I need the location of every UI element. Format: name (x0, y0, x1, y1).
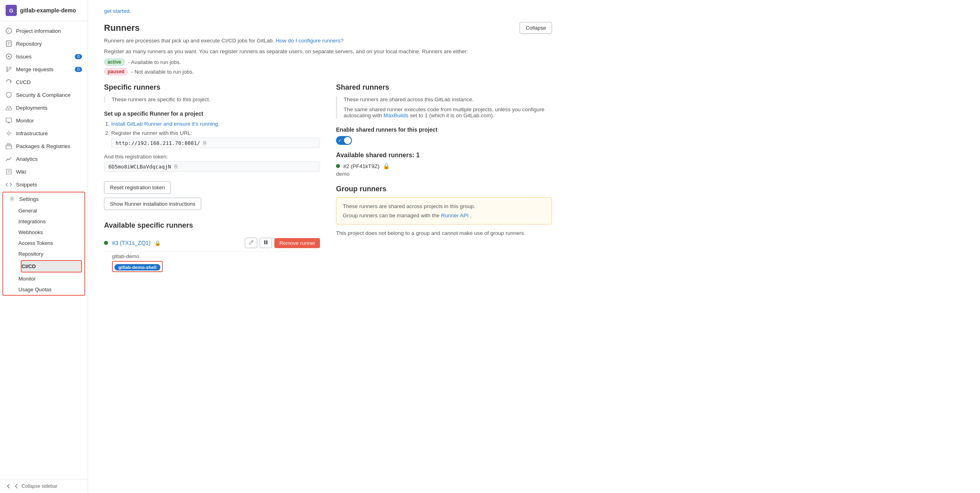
sidebar-nav: i Project information Repository Issues … (0, 21, 88, 479)
issues-icon (6, 53, 12, 60)
pause-icon (263, 240, 268, 245)
sidebar-item-monitor[interactable]: Monitor (0, 114, 88, 127)
max-builds-link[interactable]: MaxBuilds (384, 112, 408, 118)
snippets-icon (6, 181, 12, 188)
sidebar-sub-integrations[interactable]: Integrations (18, 216, 84, 227)
sidebar-item-analytics[interactable]: Analytics (0, 152, 88, 165)
runner-status-dot (104, 241, 108, 245)
active-badge: active (104, 58, 125, 66)
runner-url: http://192.168.211.70:8081/ (116, 140, 200, 146)
shared-runners-title: Shared runners (336, 83, 552, 92)
runners-header: Runners Collapse (104, 22, 552, 34)
settings-sub: General Integrations Webhooks Access Tok… (3, 205, 84, 295)
collapse-sidebar[interactable]: Collapse sidebar (0, 479, 88, 493)
infrastructure-icon (6, 130, 12, 136)
sidebar-sub-general[interactable]: General (18, 205, 84, 216)
copy-url-icon[interactable]: ⎘ (203, 140, 206, 146)
merge-requests-badge: 0 (75, 67, 82, 72)
sidebar-sub-repository[interactable]: Repository (18, 249, 84, 259)
runner-sub-info: gitlab-demo gitlab-demo-shell (112, 253, 320, 272)
sidebar: G gitlab-example-demo i Project informat… (0, 0, 88, 493)
svg-point-7 (8, 56, 10, 57)
sidebar-item-project-information[interactable]: i Project information (0, 24, 88, 37)
shared-runner-dot (336, 164, 340, 168)
setup-section: Set up a specific Runner for a project I… (104, 110, 320, 172)
svg-point-16 (8, 132, 10, 134)
settings-section-box: Settings General Integrations Webhooks A… (2, 192, 85, 296)
runner-lock-icon: 🔒 (154, 240, 161, 246)
sidebar-item-packages-registries[interactable]: Packages & Registries (0, 140, 88, 152)
install-runner-link[interactable]: Install GitLab Runner and ensure it's ru… (111, 121, 220, 127)
specific-runners-box: These runners are specific to this proje… (104, 96, 320, 102)
shared-runner-name: #2 (PF41kT9Z) (343, 163, 380, 169)
sidebar-item-settings[interactable]: Settings (3, 192, 84, 205)
group-runners-title: Group runners (336, 185, 552, 193)
runner-row: #3 (TX1s_ZQ1) 🔒 Remove runner (104, 234, 320, 252)
sidebar-sub-webhooks[interactable]: Webhooks (18, 227, 84, 238)
runner-remove-button[interactable]: Remove runner (274, 238, 320, 248)
runner-actions: Remove runner (245, 238, 320, 248)
group-runners-desc-1: These runners are shared across projects… (343, 203, 545, 209)
svg-point-10 (10, 67, 11, 68)
project-name: gitlab-example-demo (20, 7, 76, 14)
svg-text:i: i (8, 29, 9, 33)
runner-project: gitlab-demo (112, 253, 320, 259)
svg-rect-17 (6, 145, 12, 149)
setup-title: Set up a specific Runner for a project (104, 110, 320, 117)
specific-runners-desc: These runners are specific to this proje… (112, 96, 320, 102)
runner-name-link[interactable]: #3 (TX1s_ZQ1) (112, 240, 150, 246)
runners-description: Runners are processes that pick up and e… (104, 38, 552, 44)
svg-point-9 (6, 70, 8, 72)
repository-icon (6, 40, 12, 47)
sidebar-item-deployments[interactable]: Deployments (0, 101, 88, 114)
shared-desc-2: The same shared runner executes code fro… (344, 106, 552, 118)
collapse-button[interactable]: Collapse (520, 22, 552, 34)
svg-point-8 (6, 67, 8, 68)
copy-token-icon[interactable]: ⎘ (174, 163, 178, 170)
group-runners-box: These runners are shared across projects… (336, 197, 552, 224)
analytics-icon (6, 156, 12, 162)
sidebar-sub-cicd[interactable]: CI/CD (22, 261, 81, 272)
specific-runners-column: Specific runners These runners are speci… (104, 83, 320, 272)
sidebar-sub-monitor[interactable]: Monitor (18, 273, 84, 284)
packages-icon (6, 143, 12, 149)
svg-rect-22 (264, 240, 266, 244)
shared-runners-column: Shared runners These runners are shared … (336, 83, 552, 272)
sidebar-sub-usage-quotas[interactable]: Usage Quotas (18, 284, 84, 295)
runner-pause-button[interactable] (260, 238, 272, 248)
shared-runner-lock-icon: 🔒 (383, 163, 390, 169)
avatar: G (6, 5, 17, 16)
show-runner-instructions-button[interactable]: Show Runner installation instructions (104, 198, 201, 210)
toggle-check-icon: ✓ (338, 138, 342, 143)
runner-api-link[interactable]: Runner API (441, 212, 468, 218)
chevron-left-icon (6, 483, 11, 489)
token-label: And this registration token: (104, 154, 320, 160)
sidebar-item-cicd[interactable]: CI/CD (0, 76, 88, 88)
shared-runners-toggle[interactable]: ✓ (336, 136, 352, 145)
runner-tag: gitlab-demo-shell (114, 264, 160, 271)
active-badge-desc: - Available to run jobs. (128, 59, 181, 65)
configure-runners-link[interactable]: How do I configure runners? (276, 38, 344, 44)
group-runners-desc-2: Group runners can be managed with the Ru… (343, 212, 545, 218)
settings-icon (9, 196, 15, 202)
sidebar-item-snippets[interactable]: Snippets (0, 178, 88, 191)
shared-runners-box: These runners are shared across this Git… (336, 96, 552, 118)
badge-paused-item: paused - Not available to run jobs. (104, 68, 552, 75)
reset-registration-token-button[interactable]: Reset registration token (104, 181, 171, 194)
get-started-link[interactable]: get started. (104, 8, 552, 14)
sidebar-item-merge-requests[interactable]: Merge requests 0 (0, 63, 88, 76)
sidebar-sub-access-tokens[interactable]: Access Tokens (18, 238, 84, 249)
sidebar-item-security-compliance[interactable]: Security & Compliance (0, 88, 88, 101)
cicd-icon (6, 79, 12, 85)
badge-list: active - Available to run jobs. paused -… (104, 58, 552, 75)
available-specific-runners-title: Available specific runners (104, 221, 320, 230)
svg-rect-13 (6, 118, 12, 122)
sidebar-item-infrastructure[interactable]: Infrastructure (0, 127, 88, 140)
toggle-label: Enable shared runners for this project (336, 126, 552, 133)
sidebar-item-repository[interactable]: Repository (0, 37, 88, 50)
issues-badge: 0 (75, 54, 82, 59)
sidebar-item-issues[interactable]: Issues 0 (0, 50, 88, 63)
runner-edit-button[interactable] (245, 238, 257, 248)
sidebar-item-wiki[interactable]: Wiki (0, 165, 88, 178)
cicd-sub-box: CI/CD (21, 260, 82, 273)
